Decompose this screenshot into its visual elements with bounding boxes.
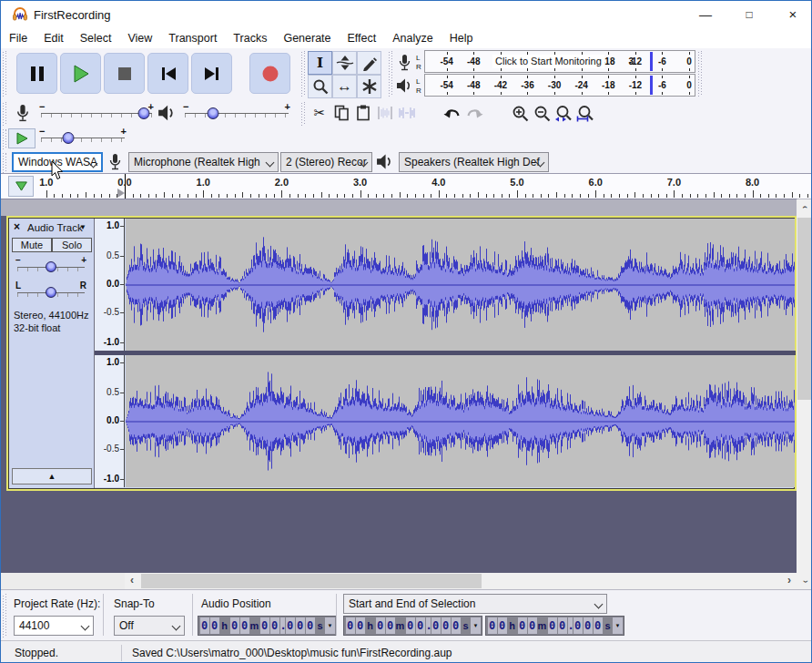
vertical-scrollbar[interactable]: ‹ ‹ (797, 199, 812, 589)
time-shift-tool-button[interactable]: ↔ (332, 75, 357, 98)
zoom-in-button[interactable] (509, 102, 531, 124)
horizontal-scrollbar[interactable]: ‹ › (1, 573, 797, 589)
track-pan-thumb[interactable] (46, 287, 56, 298)
scroll-down-arrow[interactable]: ‹ (797, 574, 812, 590)
menu-item-edit[interactable]: Edit (36, 28, 72, 48)
track-title[interactable]: Audio Track (27, 222, 83, 233)
envelope-tool-button[interactable] (332, 51, 357, 75)
recording-device-select[interactable]: Microphone (Realtek High (128, 152, 279, 172)
menu-item-view[interactable]: View (119, 28, 160, 48)
selection-start-time[interactable]: 00h00m00.000s▼ (343, 616, 482, 636)
track-collapse-button[interactable]: ▲ (12, 468, 92, 484)
record-meter-mic-icon[interactable] (398, 54, 411, 72)
recording-volume-thumb[interactable] (138, 107, 150, 119)
vertical-scale-right[interactable]: 1.00.50.0-0.5-1.0 (95, 355, 125, 487)
timeline-tick (211, 194, 212, 198)
fit-project-button[interactable] (574, 102, 596, 124)
stop-button[interactable] (104, 53, 145, 94)
record-button[interactable] (249, 53, 290, 94)
maximize-button[interactable]: □ (730, 1, 768, 28)
transport-toolbar-grip[interactable] (3, 51, 6, 97)
zoom-out-button[interactable] (531, 102, 553, 124)
time-dropdown-arrow[interactable]: ▼ (613, 617, 623, 634)
close-button[interactable]: × (774, 1, 812, 28)
meter-toolbar-grip[interactable] (389, 51, 392, 97)
snap-to-select[interactable]: Off (114, 616, 185, 636)
menu-item-effect[interactable]: Effect (340, 28, 385, 48)
horizontal-scrollbar-thumb[interactable] (141, 574, 482, 588)
record-meter-right-label: R (416, 64, 421, 71)
zoom-tool-button[interactable] (308, 75, 332, 98)
playback-volume-slider[interactable]: − + (185, 103, 289, 125)
menu-item-select[interactable]: Select (72, 28, 120, 48)
meter-monitor-hint[interactable]: Click to Start Monitoring (492, 55, 604, 68)
time-dropdown-arrow[interactable]: ▼ (471, 617, 481, 634)
fit-selection-button[interactable] (553, 102, 574, 124)
menu-item-analyze[interactable]: Analyze (384, 28, 441, 48)
menu-item-file[interactable]: File (1, 28, 36, 48)
silence-audio-button[interactable] (396, 102, 418, 124)
skip-to-start-button[interactable] (147, 53, 188, 94)
playback-speed-thumb[interactable] (63, 132, 75, 144)
audio-position-time[interactable]: 00h00m00.000s▼ (198, 616, 337, 636)
track-menu-arrow-icon[interactable]: ▼ (79, 223, 86, 231)
selection-toolbar-grip[interactable] (3, 594, 6, 638)
playback-speed-slider[interactable]: − + (41, 128, 125, 149)
solo-button[interactable]: Solo (52, 238, 92, 252)
recording-volume-slider[interactable]: − + (41, 103, 152, 125)
vertical-scale-left[interactable]: 1.00.50.0-0.5-1.0 (95, 219, 125, 351)
copy-button[interactable] (330, 102, 352, 124)
playback-device-select[interactable]: Speakers (Realtek High Def (399, 152, 549, 172)
cut-button[interactable]: ✂ (309, 102, 330, 124)
track-pan-slider[interactable]: L R (17, 282, 85, 302)
selection-tool-button[interactable]: I (308, 51, 332, 75)
scroll-right-arrow[interactable]: › (782, 573, 797, 589)
trim-audio-button[interactable] (374, 102, 396, 124)
draw-tool-button[interactable] (357, 51, 381, 75)
project-rate-select[interactable]: 44100 (14, 616, 94, 636)
vertical-scrollbar-thumb[interactable] (797, 218, 812, 400)
menu-item-generate[interactable]: Generate (275, 28, 339, 48)
selection-mode-select[interactable]: Start and End of Selection (343, 594, 607, 614)
selection-end-time[interactable]: 00h00m00.000s▼ (485, 616, 624, 636)
vertical-scale-tick (120, 421, 124, 422)
scroll-left-arrow[interactable]: ‹ (125, 573, 139, 589)
play-at-speed-button[interactable] (8, 128, 36, 148)
timeline-ruler[interactable]: 1.00.01.02.03.04.05.06.07.08.0 (36, 174, 811, 199)
track-gain-thumb[interactable] (46, 261, 56, 272)
playback-volume-thumb[interactable] (207, 107, 218, 119)
mixer-toolbar-grip[interactable] (3, 102, 6, 126)
track-gain-slider[interactable]: − + (17, 257, 85, 277)
playhead-cursor-line (125, 174, 126, 199)
redo-button[interactable] (463, 102, 485, 124)
track-close-button[interactable]: × (14, 220, 20, 233)
waveform-right-channel[interactable] (126, 355, 795, 487)
edit-toolbar-grip[interactable] (301, 102, 305, 126)
playback-meter[interactable]: -54-48-42-36-30-24-18-12-60 (424, 74, 695, 97)
tools-toolbar-grip[interactable] (301, 51, 305, 97)
recording-channels-select[interactable]: 2 (Stereo) Recor (280, 152, 372, 172)
menu-item-transport[interactable]: Transport (160, 28, 225, 48)
recording-meter[interactable]: -54-48-42-36-30-24-18-12-60Click to Star… (424, 50, 695, 73)
menu-item-tracks[interactable]: Tracks (225, 28, 275, 48)
timeline-options-button[interactable] (8, 176, 34, 197)
time-digit: 0 (584, 617, 593, 634)
pause-button[interactable] (16, 53, 57, 94)
scroll-up-arrow[interactable]: ‹ (797, 199, 812, 216)
time-dropdown-arrow[interactable]: ▼ (325, 617, 335, 634)
play-start-marker[interactable] (117, 189, 125, 198)
minimize-button[interactable]: — (686, 1, 725, 28)
track-control-panel: × Audio Track ▼ Mute Solo − + L R Stereo (9, 219, 95, 488)
undo-button[interactable] (442, 102, 463, 124)
menu-item-help[interactable]: Help (442, 28, 482, 48)
transcription-toolbar-grip[interactable] (3, 129, 6, 149)
play-button[interactable] (60, 53, 101, 94)
waveform-left-channel[interactable] (126, 219, 795, 351)
paste-button[interactable] (352, 102, 374, 124)
skip-to-end-button[interactable] (191, 53, 232, 94)
meter-toolbar-end-grip[interactable] (698, 51, 702, 97)
play-meter-speaker-icon[interactable] (396, 77, 412, 94)
multi-tool-button[interactable] (357, 75, 381, 98)
device-toolbar-grip[interactable] (3, 153, 6, 173)
mute-button[interactable]: Mute (12, 238, 52, 252)
